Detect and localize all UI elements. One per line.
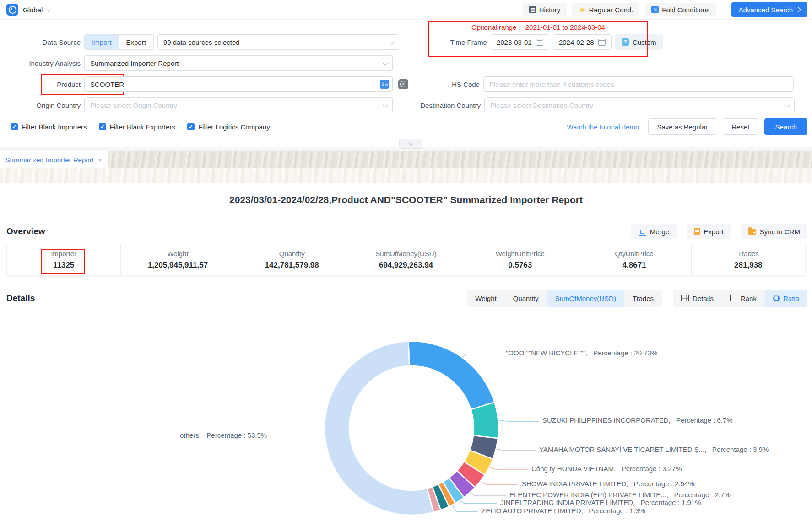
chart-leader-5 (470, 493, 506, 496)
destination-country-label: Destination Country (396, 102, 481, 109)
collapse-conditions-toggle[interactable] (399, 139, 422, 149)
industry-analysis-label: Industry Analysis (4, 59, 81, 67)
chart-leader-4 (481, 482, 518, 485)
tutorial-demo-link[interactable]: Watch the tutorial demo (567, 123, 639, 131)
app-logo-icon (6, 4, 18, 16)
tab-summarized-importer-report[interactable]: Summarized Importer Report × (0, 151, 108, 168)
chart-leader-3 (490, 467, 528, 470)
row-data-source: Data Source Import Export 99 data source… (4, 34, 807, 50)
details-header: Details Weight Quantity SumOfMoney(USD) … (6, 290, 807, 307)
app-window: Global History ★ Regular Cond. Fold Cond… (0, 0, 812, 521)
view-tabs: Details Rank Ratio (673, 290, 807, 307)
exact-match-icon[interactable]: = (398, 79, 408, 89)
date-to-picker[interactable]: 2024-02-28 (553, 34, 612, 50)
chart-label-5: ELENTEC POWER INDIA (EPI) PRIVATE LIMITE… (509, 491, 731, 499)
merge-icon (639, 228, 646, 236)
hs-code-label: HS Code (412, 81, 480, 88)
chevron-down-icon (383, 59, 389, 65)
divider (724, 4, 724, 15)
star-icon: ★ (579, 6, 585, 14)
chart-leader-1 (498, 420, 539, 421)
pie-segment-10[interactable] (325, 341, 433, 515)
stat-trades: Trades 281,938 (691, 244, 805, 275)
checkbox-checked-icon (99, 123, 106, 130)
checkbox-checked-icon (187, 123, 195, 130)
filter-blank-exporters-checkbox[interactable]: Filter Blank Exporters (99, 123, 175, 131)
row-product-hscode: Product 文A = HS Code (4, 76, 807, 92)
stat-importer: Importer 11325 (7, 244, 120, 275)
tab-weight[interactable]: Weight (467, 290, 504, 307)
import-tab[interactable]: Import (85, 35, 119, 49)
stat-sum-of-money: SumOfMoney(USD) 694,929,263.94 (349, 244, 463, 275)
tab-trades[interactable]: Trades (624, 290, 662, 307)
chart-label-6: JINFEI TRADING INDIA PRIVATE LIMITED, Pe… (500, 499, 701, 506)
overview-header: Overview Merge Export Sync to CRM (6, 224, 807, 239)
optional-range-note: Optional range： 2021-01-01 to 2024-03-04 (428, 23, 648, 32)
ratio-chart: "OOO ""NEW BICYCLE""", Percentage : 20.7… (0, 317, 812, 521)
export-button[interactable]: Export (687, 224, 731, 239)
report-title: 2023/03/01-2024/02/28,Product AND"SCOOTE… (0, 194, 812, 205)
export-icon (694, 228, 700, 235)
result-tab-bar: Summarized Importer Report × (0, 151, 812, 168)
tab-details-view[interactable]: Details (673, 290, 722, 307)
data-source-label: Data Source (4, 38, 81, 46)
industry-analysis-select[interactable]: Summarized Importer Report (84, 55, 393, 71)
region-selector[interactable]: Global (23, 6, 43, 14)
details-heading: Details (6, 293, 35, 303)
merge-button[interactable]: Merge (631, 224, 677, 239)
chevron-down-icon (389, 38, 395, 44)
fold-conditions-button[interactable]: Fold Conditions (645, 3, 716, 16)
overview-heading: Overview (6, 226, 45, 236)
close-icon[interactable]: × (98, 156, 103, 164)
history-button[interactable]: History (523, 3, 567, 16)
filter-blank-importers-checkbox[interactable]: Filter Blank Importers (11, 123, 87, 131)
tab-quantity[interactable]: Quantity (505, 290, 547, 307)
save-as-regular-button[interactable]: Save as Regular (648, 118, 716, 135)
translate-icon[interactable]: 文A (380, 80, 389, 89)
row-checkboxes-actions: Filter Blank Importers Filter Blank Expo… (4, 118, 807, 135)
chart-leader-2 (497, 449, 536, 451)
chart-label-1: SUZUKI PHILIPPINES INCORPORATED, Percent… (542, 416, 733, 424)
calendar-icon (536, 39, 543, 46)
data-sources-select[interactable]: 99 data sources selected (157, 34, 399, 50)
search-button[interactable]: Search (764, 118, 807, 135)
tab-sum-of-money[interactable]: SumOfMoney(USD) (547, 290, 624, 307)
tab-rank-view[interactable]: Rank (722, 290, 765, 307)
time-frame-label: Time Frame (403, 38, 487, 46)
origin-country-select[interactable]: Please select Origin Country (84, 97, 393, 113)
chevron-down-icon[interactable] (46, 6, 52, 12)
chart-label-2: YAMAHA MOTOR SANAYI VE TİCARET LİMİTED Ş… (539, 446, 769, 453)
history-icon (529, 6, 536, 13)
filter-logistics-company-checkbox[interactable]: Filter Logitics Company (187, 123, 270, 131)
stat-weight-unit-price: WeightUnitPrice 0.5763 (463, 244, 577, 275)
date-from-picker[interactable]: 2023-03-01 (491, 34, 549, 50)
custom-range-button[interactable]: ⊞ Custom (615, 34, 663, 50)
chevron-down-icon (383, 102, 389, 107)
stat-qty-unit-price: QtyUnitPrice 4.8671 (577, 244, 691, 275)
pie-segment-0[interactable] (408, 341, 494, 409)
regular-cond-button[interactable]: ★ Regular Cond. (572, 3, 639, 16)
reset-button[interactable]: Reset (723, 118, 758, 135)
destination-country-select[interactable]: Please select Destination Country (484, 97, 795, 113)
chart-label-0: "OOO ""NEW BICYCLE""", Percentage : 20.7… (506, 349, 657, 357)
hs-code-input[interactable] (483, 76, 794, 92)
row-industry: Industry Analysis Summarized Importer Re… (4, 55, 807, 71)
blurred-band (0, 168, 812, 183)
stat-quantity: Quantity 142,781,579.98 (235, 244, 349, 275)
blurred-tabs-region (108, 151, 812, 168)
tab-ratio-view[interactable]: Ratio (765, 290, 807, 307)
custom-icon: ⊞ (622, 38, 629, 46)
metric-tabs: Weight Quantity SumOfMoney(USD) Trades (467, 290, 662, 307)
fold-icon (651, 6, 659, 13)
product-input[interactable] (84, 76, 393, 92)
chart-leader-6 (460, 501, 497, 504)
export-tab[interactable]: Export (119, 35, 153, 49)
advanced-search-button[interactable]: Advanced Search (731, 2, 807, 17)
chart-label-7: ZELIO AUTO PRIVATE LIMITED, Percentage :… (482, 507, 645, 515)
chevron-right-icon (796, 7, 801, 12)
calendar-icon (598, 39, 606, 46)
checkbox-checked-icon (11, 123, 18, 130)
product-label: Product (4, 81, 81, 88)
filter-checkboxes: Filter Blank Importers Filter Blank Expo… (4, 123, 270, 131)
sync-to-crm-button[interactable]: Sync to CRM (741, 224, 807, 239)
